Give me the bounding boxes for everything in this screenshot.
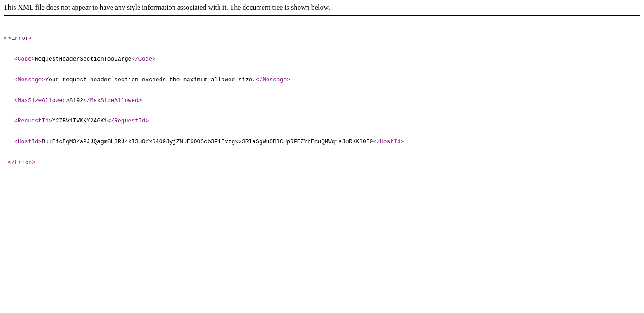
xml-value: Your request header section exceeds the … (45, 76, 256, 83)
xml-value: Bu+EicEqM3/aPJJQagm8L3RJ4kI3uOYx64O9JyjZ… (42, 138, 373, 145)
xml-value: 8192 (69, 97, 83, 104)
xml-child-maxsize: <MaxSizeAllowed>8192</MaxSizeAllowed> (4, 97, 640, 104)
xml-tree-view: ▼<Error> <Code>RequestHeaderSectionTooLa… (4, 21, 640, 173)
collapse-toggle-icon[interactable]: ▼ (4, 36, 8, 42)
xml-tag-open: <Message> (14, 76, 45, 83)
xml-tag-close: </MaxSizeAllowed> (83, 97, 142, 104)
xml-tag-open: <HostId> (14, 138, 42, 145)
xml-style-notice: This XML file does not appear to have an… (4, 4, 640, 16)
xml-value: RequestHeaderSectionTooLarge (35, 56, 131, 62)
xml-tag-open: <MaxSizeAllowed> (14, 97, 69, 104)
xml-tag-error-open: <Error> (8, 35, 32, 42)
xml-tag-close: </Message> (256, 76, 290, 83)
xml-child-requestid: <RequestId>Y27BV1TVKKY2A6K1</RequestId> (4, 118, 640, 125)
xml-child-code: <Code>RequestHeaderSectionTooLarge</Code… (4, 56, 640, 63)
xml-root-open-line: ▼<Error> (4, 35, 640, 42)
xml-tag-open: <Code> (14, 56, 35, 62)
xml-tag-close: </RequestId> (107, 118, 149, 124)
xml-root-close-line: </Error> (4, 159, 640, 166)
xml-tag-close: </Code> (131, 56, 156, 62)
xml-tag-error-close: </Error> (8, 159, 35, 166)
xml-child-message: <Message>Your request header section exc… (4, 76, 640, 84)
xml-value: Y27BV1TVKKY2A6K1 (52, 118, 107, 124)
xml-tag-close: </HostId> (373, 138, 404, 145)
xml-tag-open: <RequestId> (14, 118, 52, 124)
xml-child-hostid: <HostId>Bu+EicEqM3/aPJJQagm8L3RJ4kI3uOYx… (4, 138, 640, 145)
